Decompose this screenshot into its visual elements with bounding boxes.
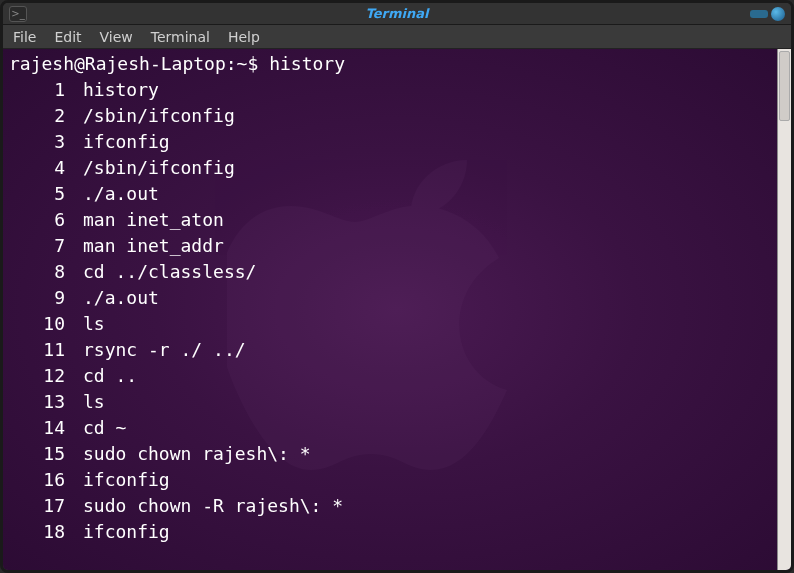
history-number: 11 bbox=[9, 337, 65, 363]
window-controls bbox=[750, 7, 785, 21]
history-number: 2 bbox=[9, 103, 65, 129]
history-row: 11rsync -r ./ ../ bbox=[9, 337, 771, 363]
history-command: ifconfig bbox=[83, 129, 170, 155]
history-number: 10 bbox=[9, 311, 65, 337]
menu-terminal[interactable]: Terminal bbox=[151, 29, 210, 45]
menu-view[interactable]: View bbox=[100, 29, 133, 45]
terminal-icon: >_ bbox=[9, 6, 27, 22]
history-row: 10ls bbox=[9, 311, 771, 337]
history-number: 3 bbox=[9, 129, 65, 155]
history-row: 3ifconfig bbox=[9, 129, 771, 155]
history-number: 7 bbox=[9, 233, 65, 259]
history-row: 9./a.out bbox=[9, 285, 771, 311]
history-row: 4/sbin/ifconfig bbox=[9, 155, 771, 181]
close-button[interactable] bbox=[771, 7, 785, 21]
history-command: /sbin/ifconfig bbox=[83, 103, 235, 129]
history-row: 12cd .. bbox=[9, 363, 771, 389]
history-row: 18ifconfig bbox=[9, 519, 771, 545]
history-number: 6 bbox=[9, 207, 65, 233]
history-command: ls bbox=[83, 389, 105, 415]
history-command: /sbin/ifconfig bbox=[83, 155, 235, 181]
prompt-user-host: rajesh@Rajesh-Laptop bbox=[9, 53, 226, 74]
scrollbar[interactable] bbox=[777, 49, 791, 570]
prompt-path: ~ bbox=[237, 53, 248, 74]
typed-command: history bbox=[269, 53, 345, 74]
titlebar[interactable]: >_ Terminal bbox=[3, 3, 791, 25]
history-number: 17 bbox=[9, 493, 65, 519]
history-command: man inet_addr bbox=[83, 233, 224, 259]
menubar: File Edit View Terminal Help bbox=[3, 25, 791, 49]
history-row: 7man inet_addr bbox=[9, 233, 771, 259]
history-number: 13 bbox=[9, 389, 65, 415]
history-command: man inet_aton bbox=[83, 207, 224, 233]
history-command: ./a.out bbox=[83, 285, 159, 311]
history-command: sudo chown rajesh\: * bbox=[83, 441, 311, 467]
history-number: 16 bbox=[9, 467, 65, 493]
history-row: 8cd ../classless/ bbox=[9, 259, 771, 285]
history-command: cd .. bbox=[83, 363, 137, 389]
menu-file[interactable]: File bbox=[13, 29, 36, 45]
window-title: Terminal bbox=[366, 6, 429, 21]
history-row: 6man inet_aton bbox=[9, 207, 771, 233]
history-number: 4 bbox=[9, 155, 65, 181]
history-row: 17sudo chown -R rajesh\: * bbox=[9, 493, 771, 519]
minimize-button[interactable] bbox=[750, 10, 768, 18]
history-row: 2/sbin/ifconfig bbox=[9, 103, 771, 129]
history-command: ifconfig bbox=[83, 467, 170, 493]
terminal-content[interactable]: rajesh@Rajesh-Laptop:~$ history 1history… bbox=[3, 49, 777, 570]
history-command: rsync -r ./ ../ bbox=[83, 337, 246, 363]
menu-help[interactable]: Help bbox=[228, 29, 260, 45]
history-command: cd ~ bbox=[83, 415, 126, 441]
history-command: cd ../classless/ bbox=[83, 259, 256, 285]
scrollbar-thumb[interactable] bbox=[779, 51, 790, 121]
history-number: 9 bbox=[9, 285, 65, 311]
terminal-window: >_ Terminal File Edit View Terminal Help… bbox=[0, 0, 794, 573]
history-row: 15sudo chown rajesh\: * bbox=[9, 441, 771, 467]
history-row: 14cd ~ bbox=[9, 415, 771, 441]
history-number: 15 bbox=[9, 441, 65, 467]
history-number: 14 bbox=[9, 415, 65, 441]
history-command: ./a.out bbox=[83, 181, 159, 207]
terminal-area[interactable]: rajesh@Rajesh-Laptop:~$ history 1history… bbox=[3, 49, 791, 570]
history-number: 18 bbox=[9, 519, 65, 545]
history-row: 5./a.out bbox=[9, 181, 771, 207]
history-command: history bbox=[83, 77, 159, 103]
prompt-symbol: $ bbox=[247, 53, 258, 74]
history-number: 12 bbox=[9, 363, 65, 389]
history-row: 16ifconfig bbox=[9, 467, 771, 493]
history-command: sudo chown -R rajesh\: * bbox=[83, 493, 343, 519]
history-row: 1history bbox=[9, 77, 771, 103]
history-number: 5 bbox=[9, 181, 65, 207]
history-number: 8 bbox=[9, 259, 65, 285]
menu-edit[interactable]: Edit bbox=[54, 29, 81, 45]
history-command: ifconfig bbox=[83, 519, 170, 545]
history-number: 1 bbox=[9, 77, 65, 103]
history-command: ls bbox=[83, 311, 105, 337]
history-row: 13ls bbox=[9, 389, 771, 415]
